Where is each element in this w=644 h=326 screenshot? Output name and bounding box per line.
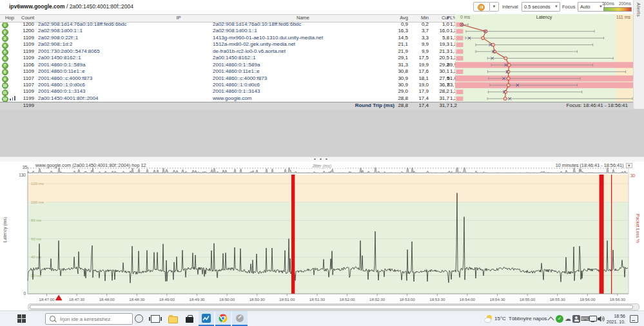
chrome-app-button[interactable] [215, 311, 231, 326]
hop-avg: 30,9 [385, 75, 408, 82]
hop-avg: 28,8 [385, 95, 408, 102]
tray-expand-chevron-icon[interactable] [548, 317, 554, 323]
hop-count: 1106 [13, 62, 34, 68]
hop-count: 1107 [13, 82, 34, 88]
briefcase-app-button[interactable] [182, 311, 197, 326]
hop-pl: 83,7 [434, 82, 457, 88]
hop-ip: 2001:4860::1:0:d0c6 [38, 82, 207, 88]
clock-time: 18:56 [600, 313, 625, 319]
hop-name: 2a00:1450:8162::1 [213, 55, 382, 61]
start-button[interactable] [17, 314, 26, 323]
svg-text:18:52:00: 18:52:00 [339, 297, 355, 302]
latency-axis-max-label: 111 ms [616, 14, 630, 21]
action-center-icon[interactable] [630, 315, 638, 323]
hop-min: 17,9 [405, 88, 429, 95]
focus-select[interactable]: Auto▼ [578, 2, 605, 12]
scale-200ms-label: 200ms [619, 1, 631, 6]
pause-dropdown-arrow[interactable]: ▼ [489, 2, 499, 12]
time-range-selector[interactable]: 10 minutes (18:46:41 - 18:56:41)▼ [556, 162, 632, 168]
hop-min: 18,1 [405, 75, 429, 82]
hop-min: 19,0 [405, 82, 429, 88]
panel-gap [0, 109, 644, 157]
onedrive-cloud-icon[interactable]: ☁ [564, 315, 572, 323]
contact-app-icon[interactable] [572, 315, 580, 323]
svg-text:18:51:00: 18:51:00 [279, 297, 295, 302]
keyboard-icon[interactable]: ⌨ [581, 315, 589, 323]
hop-latency-minigraph [455, 21, 633, 102]
hop-pl: 1,1 [434, 48, 457, 55]
hop-ip: 2a02:908::1d:2 [38, 41, 207, 48]
hop-pl: 1,2 [434, 28, 457, 34]
hop-pl: 89,9 [434, 62, 457, 68]
hop-pl: 1,2 [434, 95, 457, 102]
latency-timeline-chart[interactable]: 20 ms40 ms60 ms80 ms100 ms120 ms18:47:00… [0, 162, 644, 311]
svg-text:18:53:00: 18:53:00 [400, 297, 416, 302]
jitter-series [28, 168, 628, 173]
paint-app-button[interactable] [232, 311, 248, 326]
weather-temperature[interactable]: 15°C [494, 316, 506, 321]
hop-pl: 1,2 [434, 55, 457, 61]
packet-loss-axis-title: Packet Loss % [636, 206, 640, 251]
scrollbar-thumb[interactable] [30, 305, 633, 309]
task-view-button[interactable] [148, 311, 163, 326]
latency-column: 0 ms Latency 111 ms [455, 14, 633, 109]
pingplotter-icon [202, 314, 211, 323]
network-icon[interactable] [589, 315, 597, 323]
hop-count: 1109 [13, 55, 34, 61]
hop-name: 2001:4860:0:1::3143 [213, 88, 382, 95]
weather-icon[interactable] [484, 315, 492, 322]
col-header-avg[interactable]: Avg [385, 15, 408, 21]
hop-name: de-fra01b-rc2-lo0-0.v6.aorta.net [213, 48, 382, 55]
svg-text:18:51:30: 18:51:30 [309, 297, 326, 302]
hop-min: 17,5 [405, 55, 429, 61]
col-header-count[interactable]: Count [13, 15, 34, 21]
hop-count: 1109 [13, 68, 34, 75]
hop-ip: 2001:730:2d00::5474:8065 [38, 48, 207, 55]
svg-text:18:48:00: 18:48:00 [99, 297, 115, 302]
file-explorer-button[interactable] [165, 311, 181, 326]
col-header-pl[interactable]: PL% [434, 15, 457, 21]
pause-icon [478, 4, 485, 11]
svg-text:100 ms: 100 ms [31, 200, 44, 204]
pingplotter-app-button[interactable] [199, 311, 214, 326]
hop-ip: 2001:4860::c:4000:f873 [38, 75, 207, 82]
summary-pl: 1,2 [434, 102, 457, 110]
timeline-position-marker[interactable] [55, 295, 62, 300]
svg-text:18:49:00: 18:49:00 [159, 297, 175, 302]
round-trip-summary-row[interactable]: 1199 Round Trip (ms) 28,8 17,4 31,7 1,2 … [0, 102, 633, 110]
chevron-down-icon: ▼ [626, 163, 632, 168]
interval-label: Interval [502, 4, 518, 10]
hop-count: 1109 [13, 88, 34, 95]
summary-min: 17,4 [405, 102, 429, 110]
hop-name: www.google.com [213, 95, 382, 102]
col-header-name[interactable]: Name [258, 15, 348, 21]
timeline-scrollbar[interactable] [28, 303, 639, 311]
search-input[interactable] [59, 314, 131, 323]
antivirus-check-icon[interactable]: ✓ [556, 315, 563, 323]
latency-axis-title: Latency [455, 14, 633, 21]
pause-button[interactable] [473, 2, 490, 12]
chrome-icon [219, 314, 228, 323]
pingplotter-window: ipv6www.google.com / 2a00:1450:4001:80f:… [0, 0, 644, 311]
svg-text:130: 130 [19, 173, 26, 177]
trace-title: ipv6www.google.com / 2a00:1450:4001:80f:… [9, 3, 133, 10]
svg-text:18:56:00: 18:56:00 [580, 297, 596, 302]
taskbar-clock[interactable]: 18:56 2021. 10. 04. [600, 313, 625, 326]
weather-condition[interactable]: Többnyire napos [509, 316, 547, 321]
hop-pl: 1,2 [434, 68, 457, 75]
col-header-ip[interactable]: IP [129, 15, 228, 21]
col-header-min[interactable]: Min [405, 15, 429, 21]
paint-app-icon [236, 314, 244, 322]
svg-text:18:50:00: 18:50:00 [219, 297, 235, 302]
alerts-side-tab[interactable]: Alerts [633, 0, 644, 109]
hop-ip: 2a02:908:1d00:1::1 [38, 28, 207, 34]
task-view-icon [151, 315, 160, 323]
hop-ip: 2001:4860:0:1::589a [38, 62, 207, 68]
jitter-axis-label: Jitter (ms) [298, 164, 346, 168]
hop-avg: 31,3 [385, 62, 408, 68]
interval-select[interactable]: 0.5 seconds▼ [522, 2, 560, 12]
packet-loss-bar [291, 175, 295, 294]
cortana-button[interactable] [131, 311, 146, 326]
taskbar-search[interactable] [45, 313, 133, 325]
summary-avg: 28,8 [385, 102, 408, 110]
